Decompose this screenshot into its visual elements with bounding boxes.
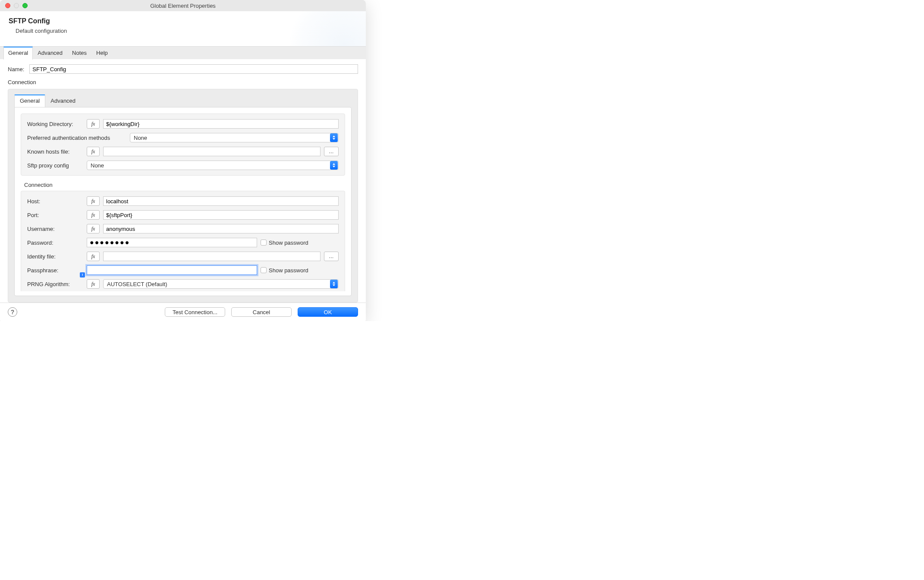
main-tab-bar: General Advanced Notes Help [0, 46, 366, 59]
pref-auth-row: Preferred authentication methods None [27, 133, 339, 142]
dialog-header: SFTP Config Default configuration [0, 11, 366, 46]
username-row: Username: fx [27, 224, 339, 233]
window-titlebar: Global Element Properties [0, 0, 366, 11]
tab-help[interactable]: Help [91, 47, 113, 59]
port-fx-button[interactable]: fx [87, 210, 100, 220]
inner-tab-general[interactable]: General [14, 95, 45, 107]
port-input[interactable] [103, 210, 339, 220]
known-hosts-browse-button[interactable]: ... [324, 147, 339, 156]
checkbox-icon [261, 240, 267, 246]
identity-row: Identity file: fx ... [27, 252, 339, 261]
close-window-button[interactable] [5, 3, 10, 8]
username-fx-button[interactable]: fx [87, 224, 100, 233]
working-dir-label: Working Directory: [27, 121, 83, 127]
prng-select[interactable]: AUTOSELECT (Default) [103, 279, 339, 289]
chevrons-icon [330, 280, 338, 288]
chevrons-icon [330, 161, 338, 170]
host-label: Host: [27, 198, 83, 205]
name-input[interactable] [29, 64, 358, 74]
pref-auth-value: None [134, 135, 147, 141]
proxy-label: Sftp proxy config [27, 162, 83, 169]
dialog-window: Global Element Properties SFTP Config De… [0, 0, 366, 321]
show-passphrase-label: Show password [269, 267, 308, 274]
show-password-label: Show password [269, 240, 308, 246]
tab-notes[interactable]: Notes [67, 47, 91, 59]
minimize-window-button[interactable] [14, 3, 19, 8]
working-dir-input[interactable] [103, 119, 339, 129]
dialog-footer: ? Test Connection... Cancel OK [0, 303, 366, 321]
tab-general[interactable]: General [3, 47, 33, 60]
cancel-button[interactable]: Cancel [231, 307, 292, 317]
connection-section-title: Connection [8, 79, 358, 85]
password-row: Password: Show password [27, 238, 339, 247]
known-hosts-label: Known hosts file: [27, 148, 83, 155]
name-label: Name: [8, 66, 24, 72]
tab-advanced[interactable]: Advanced [33, 47, 67, 59]
chevrons-icon [330, 133, 338, 142]
info-icon: i [80, 272, 85, 277]
known-hosts-input[interactable] [103, 147, 321, 156]
proxy-value: None [91, 162, 104, 169]
inner-content: Working Directory: fx Preferred authenti… [14, 107, 352, 296]
host-input[interactable] [103, 196, 339, 206]
page-subtitle: Default configuration [16, 28, 357, 34]
port-label: Port: [27, 212, 83, 218]
known-hosts-row: Known hosts file: fx ... [27, 147, 339, 156]
passphrase-input[interactable] [87, 265, 257, 275]
show-password-toggle[interactable]: Show password [261, 240, 308, 246]
identity-browse-button[interactable]: ... [324, 252, 339, 261]
prng-label: PRNG Algorithm: [27, 281, 83, 287]
show-passphrase-toggle[interactable]: Show password [261, 267, 308, 274]
page-title: SFTP Config [9, 17, 357, 25]
working-dir-row: Working Directory: fx [27, 119, 339, 129]
pref-auth-label: Preferred authentication methods [27, 135, 126, 141]
main-content: Name: Connection General Advanced Workin… [0, 59, 366, 303]
prng-row: PRNG Algorithm: fx AUTOSELECT (Default) [27, 279, 339, 289]
known-hosts-fx-button[interactable]: fx [87, 147, 100, 156]
prng-fx-button[interactable]: fx [87, 279, 100, 289]
footer-buttons: Test Connection... Cancel OK [165, 307, 358, 317]
username-input[interactable] [103, 224, 339, 233]
pref-auth-select[interactable]: None [130, 133, 339, 142]
identity-fx-button[interactable]: fx [87, 252, 100, 261]
host-row: Host: fx [27, 196, 339, 206]
ok-button[interactable]: OK [298, 307, 358, 317]
port-row: Port: fx [27, 210, 339, 220]
window-title: Global Element Properties [4, 3, 361, 9]
name-row: Name: [8, 64, 358, 74]
passphrase-label: Passphrase: [27, 267, 83, 274]
window-controls [5, 3, 28, 8]
help-icon[interactable]: ? [8, 307, 17, 317]
identity-label: Identity file: [27, 253, 83, 260]
identity-input[interactable] [103, 252, 321, 261]
passphrase-row: Passphrase: i Show password [27, 265, 339, 275]
inner-tab-advanced[interactable]: Advanced [45, 95, 81, 107]
working-dir-fx-button[interactable]: fx [87, 119, 100, 129]
connection-subheading: Connection [24, 182, 351, 188]
checkbox-icon [261, 267, 267, 273]
proxy-select[interactable]: None [87, 161, 339, 170]
password-input[interactable] [87, 238, 257, 247]
proxy-row: Sftp proxy config None [27, 161, 339, 170]
inner-tab-bar: General Advanced [8, 89, 358, 107]
connection-group: Host: fx Port: fx Username: fx [21, 191, 345, 291]
username-label: Username: [27, 226, 83, 232]
zoom-window-button[interactable] [22, 3, 28, 8]
directory-group: Working Directory: fx Preferred authenti… [21, 113, 345, 176]
prng-value: AUTOSELECT (Default) [107, 281, 167, 287]
connection-panel: General Advanced Working Directory: fx P… [8, 89, 358, 303]
test-connection-button[interactable]: Test Connection... [165, 307, 225, 317]
host-fx-button[interactable]: fx [87, 196, 100, 206]
password-label: Password: [27, 240, 83, 246]
